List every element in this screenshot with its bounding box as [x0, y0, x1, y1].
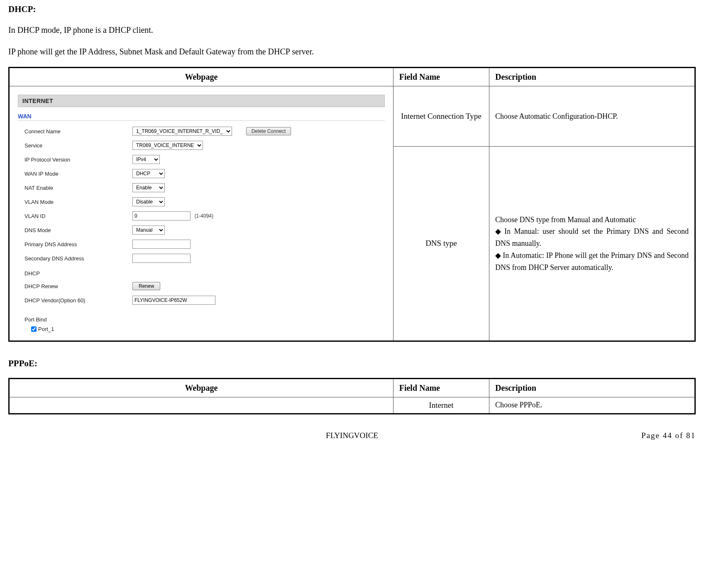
desc-internet-conn-type: Choose Automatic Configuration-DHCP. — [489, 86, 695, 147]
field-internet-conn-type: Internet Connection Type — [393, 86, 489, 147]
primary-dns-label: Primary DNS Address — [24, 241, 132, 247]
dns-desc-line2: In Manual: user should set the Primary D… — [495, 225, 689, 250]
pppoe-field-internet: Internet — [393, 397, 489, 414]
pppoe-webpage-cell — [9, 397, 394, 414]
port1-label: Port_1 — [38, 326, 54, 332]
th-webpage: Webpage — [9, 68, 394, 86]
vlan-mode-label: VLAN Mode — [24, 199, 132, 205]
footer-brand: FLYINGVOICE — [91, 431, 613, 440]
renew-button[interactable]: Renew — [132, 282, 160, 290]
ip-proto-select[interactable]: IPv4 — [132, 155, 160, 164]
field-dns-type: DNS type — [393, 147, 489, 341]
connect-name-label: Connect Name — [24, 128, 132, 135]
pppoe-table: Webpage Field Name Description Internet … — [8, 378, 696, 414]
th-desc: Description — [489, 68, 695, 86]
dhcp-heading: DHCP: — [8, 4, 696, 15]
webpage-cell: INTERNET WAN Connect Name 1_TR069_VOICE_… — [9, 86, 394, 341]
desc-dns-type: Choose DNS type from Manual and Automati… — [489, 147, 695, 341]
page-footer: FLYINGVOICE Page 44 of 81 — [8, 431, 696, 440]
footer-page: Page 44 of 81 — [613, 431, 696, 440]
vlan-id-label: VLAN ID — [24, 213, 132, 219]
vlan-mode-select[interactable]: Disable — [132, 197, 165, 206]
service-select[interactable]: TR069_VOICE_INTERNET — [132, 141, 203, 150]
th-field: Field Name — [393, 68, 489, 86]
secondary-dns-label: Secondary DNS Address — [24, 255, 132, 262]
pppoe-heading: PPPoE: — [8, 358, 696, 369]
vlan-id-input[interactable] — [132, 211, 191, 220]
secondary-dns-input[interactable] — [132, 254, 191, 263]
pppoe-th-desc: Description — [489, 379, 695, 397]
dns-desc-line3: In Automatic: IP Phone will get the Prim… — [495, 250, 689, 274]
pppoe-th-webpage: Webpage — [9, 379, 394, 397]
port-bind-subhead: Port Bind — [24, 316, 385, 323]
dhcp-para-1: In DHCP mode, IP phone is a DHCP client. — [8, 24, 696, 36]
service-label: Service — [24, 142, 132, 149]
pppoe-th-field: Field Name — [393, 379, 489, 397]
connect-name-select[interactable]: 1_TR069_VOICE_INTERNET_R_VID_ — [132, 127, 232, 136]
embedded-webpage: INTERNET WAN Connect Name 1_TR069_VOICE_… — [15, 91, 387, 336]
dhcp-vendor-label: DHCP Vendor(Option 60) — [24, 297, 132, 304]
wan-section-title: WAN — [18, 113, 385, 121]
dhcp-renew-label: DHCP Renew — [24, 283, 132, 289]
wan-ip-mode-select[interactable]: DHCP — [132, 169, 165, 178]
internet-panel-title: INTERNET — [18, 95, 385, 107]
dhcp-vendor-input[interactable] — [132, 296, 215, 305]
dhcp-para-2: IP phone will get the IP Address, Subnet… — [8, 45, 696, 58]
vlan-id-hint: (1-4094) — [195, 213, 213, 219]
dhcp-subhead: DHCP — [24, 270, 385, 277]
dhcp-table: Webpage Field Name Description INTERNET … — [8, 67, 696, 342]
nat-enable-label: NAT Enable — [24, 185, 132, 191]
pppoe-desc-internet: Choose PPPoE. — [489, 397, 695, 414]
dns-desc-line1: Choose DNS type from Manual and Automati… — [495, 214, 689, 226]
port1-checkbox[interactable] — [31, 326, 37, 332]
wan-ip-mode-label: WAN IP Mode — [24, 171, 132, 177]
delete-connect-button[interactable]: Delete Connect — [246, 127, 291, 135]
primary-dns-input[interactable] — [132, 240, 191, 249]
dns-mode-label: DNS Mode — [24, 227, 132, 233]
nat-enable-select[interactable]: Enable — [132, 183, 165, 192]
ip-proto-label: IP Protocol Version — [24, 157, 132, 163]
dns-mode-select[interactable]: Manual — [132, 225, 165, 235]
